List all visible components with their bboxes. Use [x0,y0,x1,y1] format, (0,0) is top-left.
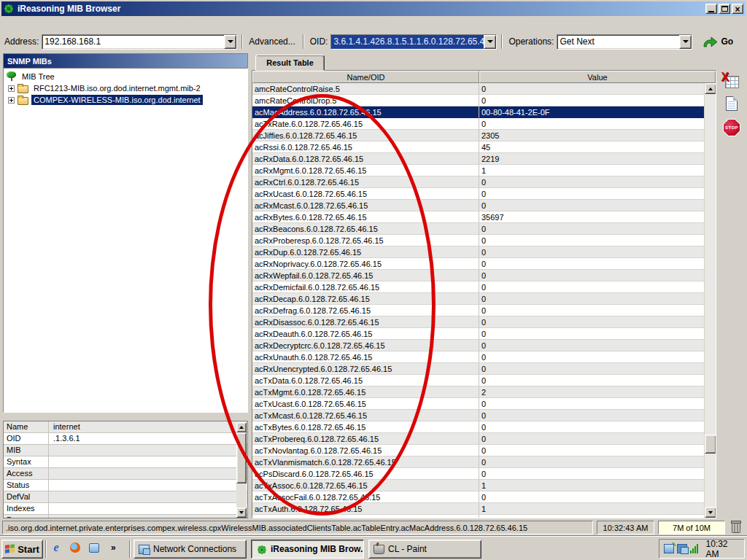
cell-value[interactable]: 0 [479,468,716,480]
stop-button[interactable]: STOP [723,119,740,136]
new-document-button[interactable] [726,96,738,111]
scroll-up-button[interactable] [705,83,716,94]
property-row: Indexes [4,503,247,515]
maximize-button[interactable] [719,4,730,14]
cell-value[interactable]: 0 [479,491,716,503]
cell-value[interactable]: 0 [479,398,716,410]
cell-value[interactable]: 0 [479,95,716,106]
chevron-down-icon [228,40,233,43]
cell-value[interactable]: 1 [479,165,716,176]
tree-folder-label[interactable]: RFC1213-MIB.iso.org.dod.internet.mgmt.mi… [31,83,203,93]
menu-item[interactable] [50,23,61,26]
cell-value[interactable]: 0 [479,316,716,328]
internet-explorer-icon[interactable]: e [50,541,63,554]
cell-value[interactable]: 0 [479,83,716,95]
cell-value[interactable]: 0 [479,375,716,386]
table-row[interactable]: amcRateControlRaise.5 0 [252,83,716,95]
cell-value[interactable]: 0 [479,410,716,421]
cell-value[interactable]: 0 [479,456,716,468]
delete-table-button[interactable]: X [725,76,739,88]
expand-plus-icon[interactable] [8,85,15,92]
oid-combobox[interactable]: 3.6.1.4.1.426.8.1.5.1.1.6.0.128.72.65.46… [330,34,497,50]
scroll-down-button[interactable] [236,508,247,518]
menu-item[interactable] [15,23,26,26]
address-value[interactable]: 192.168.168.1 [42,35,224,49]
close-button[interactable] [732,4,743,14]
cell-value[interactable]: 35697 [479,211,716,223]
mib-icon [256,545,267,554]
cell-value[interactable]: 1 [479,503,716,515]
cell-value[interactable]: 0 [479,200,716,211]
oid-dropdown-button[interactable] [484,35,496,49]
quick-launch-overflow-chevron[interactable]: » [111,542,116,553]
cell-value[interactable]: 0 [479,246,716,258]
cell-value[interactable]: 0 [479,223,716,235]
task-button-network[interactable]: Network Connections [133,540,247,559]
column-header-value[interactable]: Value [479,71,716,83]
operations-combobox[interactable]: Get Next [557,34,692,50]
scroll-down-button[interactable] [705,507,716,518]
tree-root-item[interactable]: MIB Tree [6,71,247,82]
scrollbar-thumb[interactable] [705,435,716,454]
cell-value[interactable]: 2219 [479,153,716,165]
table-scrollbar[interactable] [704,83,716,518]
explorer-window-icon[interactable] [88,541,101,554]
cell-value[interactable]: 0 [479,421,716,433]
network-status-icon[interactable] [677,544,687,553]
cell-value[interactable]: 0 [479,258,716,270]
title-bar[interactable]: iReasoning MIB Browser [1,1,746,16]
tree-root-label[interactable]: MIB Tree [20,71,57,82]
firefox-icon[interactable] [69,541,82,554]
task-button-label: iReasoning MIB Brow... [271,544,364,554]
tree-folder-label[interactable]: COMPEX-WIRELESS-MIB.iso.org.dod.internet [31,95,203,105]
operations-value[interactable]: Get Next [557,35,679,49]
task-button-mib[interactable]: iReasoning MIB Brow... [251,540,364,559]
mib-tree[interactable]: MIB Tree RFC1213-MIB.iso.org.dod.interne… [3,68,248,413]
minimize-button[interactable] [705,4,717,14]
trash-icon[interactable] [732,523,740,533]
task-button-paint[interactable]: CL - Paint [368,540,481,559]
cell-value[interactable]: 2305 [479,130,716,141]
cell-value[interactable]: 0 [479,235,716,246]
expand-plus-icon[interactable] [8,97,15,104]
cell-value[interactable]: 0 [479,351,716,363]
address-combobox[interactable]: 192.168.168.1 [42,34,237,50]
cell-name-oid[interactable]: acTxAuthFail.6.0.128.72.65.46.15 [252,515,479,518]
cell-value[interactable]: 45 [479,141,716,153]
menu-item[interactable] [3,23,15,26]
cell-value[interactable]: 0 [479,515,716,518]
cell-value[interactable]: 0 [479,270,716,281]
cell-value[interactable]: 1 [479,480,716,491]
cell-value[interactable]: 0 [479,293,716,305]
property-row: Access [4,468,247,480]
cell-value[interactable]: 0 [479,433,716,445]
cell-value[interactable]: 2 [479,386,716,398]
cell-value[interactable]: 0 [479,328,716,340]
operations-dropdown-button[interactable] [679,35,692,49]
signal-strength-icon[interactable] [690,544,701,553]
property-name: Indexes [4,503,49,514]
menu-item[interactable] [26,23,38,26]
go-button[interactable]: Go [703,36,733,47]
menu-item[interactable] [38,23,50,26]
cell-value[interactable]: 0 [479,445,716,456]
property-row: Status [4,480,247,491]
cell-value[interactable]: 0 [479,363,716,375]
cell-value[interactable]: 0 [479,340,716,351]
cell-value[interactable]: 0 [479,305,716,316]
cell-value[interactable]: 0 [479,176,716,188]
start-button[interactable]: Start [1,540,43,559]
oid-value[interactable]: 3.6.1.4.1.426.8.1.5.1.1.6.0.128.72.65.46… [331,35,484,49]
column-header-name-oid[interactable]: Name/OID [252,71,479,83]
wireless-status-icon[interactable] [664,544,674,553]
tab-result-table[interactable]: Result Table [255,55,325,71]
cell-value[interactable]: 0 [479,188,716,200]
address-dropdown-button[interactable] [224,35,236,49]
cell-name-oid[interactable]: amcRateControlRaise.5 [252,83,479,95]
cell-value[interactable]: 00-80-48-41-2E-0F [479,106,716,118]
cell-value[interactable]: 0 [479,118,716,130]
tree-folder-item[interactable]: COMPEX-WIRELESS-MIB.iso.org.dod.internet [6,94,247,106]
tree-folder-item[interactable]: RFC1213-MIB.iso.org.dod.internet.mgmt.mi… [6,82,247,94]
advanced-button[interactable]: Advanced... [249,36,295,47]
cell-value[interactable]: 0 [479,281,716,293]
